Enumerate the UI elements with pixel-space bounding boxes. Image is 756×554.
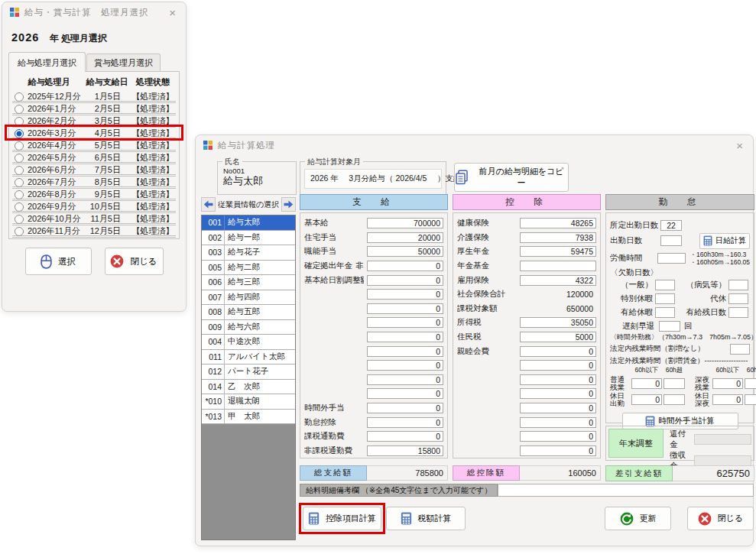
payment-row-input[interactable]: 0 xyxy=(367,275,443,286)
deduction-row-input[interactable]: 650000 xyxy=(520,303,596,314)
deduction-row-input[interactable]: 59475 xyxy=(520,246,596,257)
employee-list-item[interactable]: *013 甲 太郎 xyxy=(202,410,295,425)
employee-list-item[interactable]: 003 給与花子 xyxy=(202,245,295,261)
radio-icon[interactable] xyxy=(15,178,24,187)
tab-month-select[interactable]: 賞与処理月選択 xyxy=(86,53,161,71)
month-row[interactable]: 2026年4月分 5月5日 【処理済】 xyxy=(12,140,176,152)
payment-row-input[interactable]: 0 xyxy=(367,360,443,371)
ot-midnight-under60-input[interactable]: 0 xyxy=(712,378,743,389)
late-early-input[interactable] xyxy=(659,321,680,332)
employee-list-item[interactable]: 009 給与六郎 xyxy=(202,320,295,335)
employee-list-item[interactable]: 004 中途次郎 xyxy=(202,335,295,350)
absence-general-input[interactable] xyxy=(655,280,675,290)
month-row[interactable]: 2025年12月分 1月5日 【処理済】 xyxy=(12,91,176,103)
employee-list-item[interactable]: *010 退職太朗 xyxy=(202,394,295,410)
close-icon[interactable]: × xyxy=(166,6,179,19)
payment-row-input[interactable]: 0 xyxy=(367,374,443,385)
deduction-row-input[interactable]: 0 xyxy=(520,360,596,371)
radio-icon[interactable] xyxy=(15,154,24,163)
ot-holiday-midnight-over60-input[interactable] xyxy=(745,394,756,405)
year-end-adjustment-button[interactable]: 年末調整 xyxy=(608,429,664,458)
refund-input[interactable] xyxy=(694,434,751,445)
radio-icon[interactable] xyxy=(15,190,24,199)
payment-row-input[interactable]: 0 xyxy=(367,289,443,300)
deduction-row-input[interactable]: 0 xyxy=(520,346,596,357)
prev-employee-button[interactable] xyxy=(201,197,216,212)
payment-row-input[interactable]: 0 xyxy=(367,346,443,357)
employee-list-item[interactable]: 006 給与三郎 xyxy=(202,275,295,290)
select-button[interactable]: 選択 xyxy=(25,248,92,275)
payment-row-input[interactable]: 0 xyxy=(367,332,443,342)
attend-days-input[interactable] xyxy=(660,235,682,246)
deduction-row-input[interactable]: 5000 xyxy=(520,332,596,342)
deduction-row-input[interactable]: 0 xyxy=(520,445,596,456)
ot-midnight-over60-input[interactable] xyxy=(745,378,756,389)
update-button[interactable]: 更新 xyxy=(605,507,671,530)
payment-row-input[interactable]: 0 xyxy=(367,261,443,271)
paid-leave-input[interactable] xyxy=(655,307,675,318)
deduction-row-input[interactable]: 0 xyxy=(520,417,596,428)
month-row[interactable]: 2026年10月分 11月5日 【処理済】 xyxy=(12,213,176,225)
month-row[interactable]: 2026年5月分 6月5日 【処理済】 xyxy=(12,152,176,164)
radio-icon[interactable] xyxy=(15,105,24,114)
employee-list-item[interactable]: 001 給与太郎 xyxy=(202,215,295,231)
payment-row-input[interactable]: 0 xyxy=(367,388,443,399)
copy-prev-month-button[interactable]: 前月の給与明細をコピー xyxy=(454,163,569,192)
payment-row-input[interactable]: 0 xyxy=(367,317,443,328)
collect-input[interactable] xyxy=(694,455,751,466)
tab-month-select[interactable]: 給与処理月選択 xyxy=(8,52,86,72)
radio-icon[interactable] xyxy=(15,92,24,102)
ot-normal-over60-input[interactable] xyxy=(664,378,685,389)
ot-holiday-midnight-under60-input[interactable]: 0 xyxy=(712,394,743,405)
paid-leave-remaining-input[interactable] xyxy=(728,307,748,318)
payment-row-input[interactable]: 0 xyxy=(367,431,443,442)
statutory-in-input[interactable] xyxy=(730,344,750,355)
deduction-row-input[interactable]: 0 xyxy=(520,403,596,413)
radio-icon[interactable] xyxy=(15,202,24,212)
month-row[interactable]: 2026年6月分 7月5日 【処理済】 xyxy=(12,164,176,177)
deduction-row-input[interactable]: 120000 xyxy=(520,289,596,300)
payment-row-input[interactable]: 20000 xyxy=(367,232,443,243)
deduction-row-input[interactable]: 0 xyxy=(520,431,596,442)
scheduled-days-input[interactable]: 22 xyxy=(660,220,682,231)
daily-pay-calc-button[interactable]: 日給計算 xyxy=(699,233,750,249)
remarks-input[interactable] xyxy=(498,484,754,497)
deduction-row-input[interactable]: 4322 xyxy=(520,275,596,286)
radio-icon[interactable] xyxy=(15,129,24,138)
payment-row-input[interactable]: 0 xyxy=(367,303,443,314)
work-hours-input[interactable] xyxy=(657,253,685,264)
radio-icon[interactable] xyxy=(15,227,24,236)
radio-icon[interactable] xyxy=(15,166,24,175)
month-row[interactable]: 2026年8月分 9月5日 【処理済】 xyxy=(12,189,176,201)
deduction-row-input[interactable]: 0 xyxy=(520,374,596,385)
deduction-row-input[interactable]: 48265 xyxy=(520,218,596,228)
month-row[interactable]: 2026年9月分 10月5日 【処理済】 xyxy=(12,201,176,213)
employee-list-item[interactable]: 002 給与一郎 xyxy=(202,231,295,246)
next-employee-button[interactable] xyxy=(281,197,296,212)
comp-leave-input[interactable] xyxy=(728,293,748,304)
deduction-row-input[interactable]: 35050 xyxy=(520,317,596,328)
payment-row-input[interactable]: 50000 xyxy=(367,246,443,257)
employee-list-item[interactable]: 012 パート花子 xyxy=(202,364,295,380)
radio-icon[interactable] xyxy=(15,141,24,151)
payment-row-input[interactable]: 0 xyxy=(367,403,443,413)
close-icon[interactable]: × xyxy=(733,139,746,152)
deduction-row-input[interactable] xyxy=(520,261,596,271)
close-button[interactable]: 閉じる xyxy=(687,507,754,530)
special-leave-input[interactable] xyxy=(655,293,675,304)
ot-holiday-over60-input[interactable] xyxy=(664,394,685,405)
payment-row-input[interactable]: 700000 xyxy=(367,218,443,228)
payment-row-input[interactable]: 0 xyxy=(367,417,443,428)
employee-list-item[interactable]: 008 給与五郎 xyxy=(202,305,295,320)
employee-list-item[interactable]: 005 給与二郎 xyxy=(202,261,295,276)
deduction-row-input[interactable]: 7938 xyxy=(520,232,596,243)
payment-row-input[interactable]: 15800 xyxy=(367,445,443,456)
ot-holiday-under60-input[interactable]: 0 xyxy=(631,394,662,405)
employee-list-item[interactable]: 011 アルバイト太郎 xyxy=(202,350,295,365)
ot-normal-under60-input[interactable]: 0 xyxy=(631,378,662,389)
tax-calc-button[interactable]: 税額計算 xyxy=(386,507,466,530)
month-row[interactable]: 2026年11月分 12月5日 【処理済】 xyxy=(12,225,176,238)
deduction-row-input[interactable]: 0 xyxy=(520,388,596,399)
close-button[interactable]: 閉じる xyxy=(105,248,164,275)
month-row[interactable]: 2026年7月分 8月5日 【処理済】 xyxy=(12,177,176,189)
